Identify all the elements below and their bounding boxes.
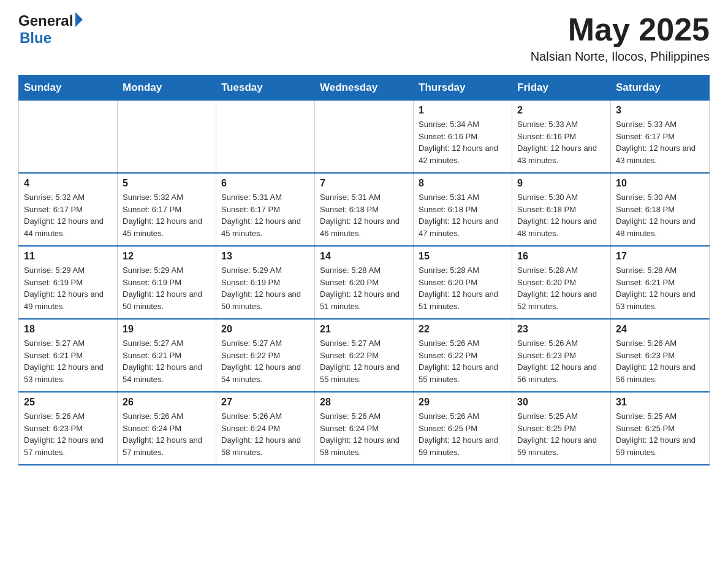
day-info: Sunrise: 5:26 AM Sunset: 6:23 PM Dayligh…: [616, 337, 704, 385]
day-info: Sunrise: 5:33 AM Sunset: 6:16 PM Dayligh…: [517, 118, 605, 166]
day-info: Sunrise: 5:30 AM Sunset: 6:18 PM Dayligh…: [616, 191, 704, 239]
day-header-wednesday: Wednesday: [315, 75, 414, 101]
day-number: 4: [24, 178, 112, 189]
day-info: Sunrise: 5:25 AM Sunset: 6:25 PM Dayligh…: [616, 410, 704, 458]
day-number: 19: [123, 324, 211, 335]
day-info: Sunrise: 5:26 AM Sunset: 6:23 PM Dayligh…: [517, 337, 605, 385]
day-number: 9: [517, 178, 605, 189]
day-number: 28: [320, 397, 408, 408]
calendar-cell: 7Sunrise: 5:31 AM Sunset: 6:18 PM Daylig…: [315, 173, 414, 246]
day-number: 30: [517, 397, 605, 408]
calendar-cell: [216, 101, 315, 174]
day-header-tuesday: Tuesday: [216, 75, 315, 101]
day-header-thursday: Thursday: [414, 75, 512, 101]
calendar-cell: 19Sunrise: 5:27 AM Sunset: 6:21 PM Dayli…: [118, 319, 216, 392]
day-info: Sunrise: 5:27 AM Sunset: 6:22 PM Dayligh…: [320, 337, 408, 385]
calendar-cell: 1Sunrise: 5:34 AM Sunset: 6:16 PM Daylig…: [414, 101, 512, 174]
calendar-cell: 14Sunrise: 5:28 AM Sunset: 6:20 PM Dayli…: [315, 246, 414, 319]
calendar-cell: 23Sunrise: 5:26 AM Sunset: 6:23 PM Dayli…: [512, 319, 611, 392]
day-header-sunday: Sunday: [19, 75, 118, 101]
day-number: 20: [221, 324, 309, 335]
calendar-cell: 5Sunrise: 5:32 AM Sunset: 6:17 PM Daylig…: [118, 173, 216, 246]
day-number: 24: [616, 324, 704, 335]
day-number: 7: [320, 178, 408, 189]
day-number: 18: [24, 324, 112, 335]
calendar-cell: 18Sunrise: 5:27 AM Sunset: 6:21 PM Dayli…: [19, 319, 118, 392]
day-info: Sunrise: 5:26 AM Sunset: 6:25 PM Dayligh…: [419, 410, 507, 458]
day-info: Sunrise: 5:26 AM Sunset: 6:24 PM Dayligh…: [123, 410, 211, 458]
calendar-cell: 15Sunrise: 5:28 AM Sunset: 6:20 PM Dayli…: [414, 246, 512, 319]
day-info: Sunrise: 5:32 AM Sunset: 6:17 PM Dayligh…: [123, 191, 211, 239]
week-row-5: 25Sunrise: 5:26 AM Sunset: 6:23 PM Dayli…: [19, 392, 710, 465]
day-number: 10: [616, 178, 704, 189]
day-info: Sunrise: 5:28 AM Sunset: 6:21 PM Dayligh…: [616, 264, 704, 312]
day-info: Sunrise: 5:26 AM Sunset: 6:24 PM Dayligh…: [221, 410, 309, 458]
day-number: 27: [221, 397, 309, 408]
calendar-cell: [118, 101, 216, 174]
calendar-cell: 30Sunrise: 5:25 AM Sunset: 6:25 PM Dayli…: [512, 392, 611, 465]
day-number: 31: [616, 397, 704, 408]
day-info: Sunrise: 5:27 AM Sunset: 6:21 PM Dayligh…: [24, 337, 112, 385]
day-header-row: SundayMondayTuesdayWednesdayThursdayFrid…: [19, 75, 710, 101]
day-number: 15: [419, 251, 507, 262]
calendar-cell: [315, 101, 414, 174]
calendar-cell: 11Sunrise: 5:29 AM Sunset: 6:19 PM Dayli…: [19, 246, 118, 319]
day-number: 12: [123, 251, 211, 262]
day-number: 17: [616, 251, 704, 262]
calendar-cell: 13Sunrise: 5:29 AM Sunset: 6:19 PM Dayli…: [216, 246, 315, 319]
day-info: Sunrise: 5:26 AM Sunset: 6:22 PM Dayligh…: [419, 337, 507, 385]
calendar-body: 1Sunrise: 5:34 AM Sunset: 6:16 PM Daylig…: [19, 101, 710, 465]
day-number: 25: [24, 397, 112, 408]
day-info: Sunrise: 5:26 AM Sunset: 6:24 PM Dayligh…: [320, 410, 408, 458]
day-header-monday: Monday: [118, 75, 216, 101]
calendar-cell: 31Sunrise: 5:25 AM Sunset: 6:25 PM Dayli…: [611, 392, 710, 465]
day-info: Sunrise: 5:26 AM Sunset: 6:23 PM Dayligh…: [24, 410, 112, 458]
day-info: Sunrise: 5:29 AM Sunset: 6:19 PM Dayligh…: [123, 264, 211, 312]
day-info: Sunrise: 5:27 AM Sunset: 6:22 PM Dayligh…: [221, 337, 309, 385]
calendar-cell: 6Sunrise: 5:31 AM Sunset: 6:17 PM Daylig…: [216, 173, 315, 246]
calendar-table: SundayMondayTuesdayWednesdayThursdayFrid…: [18, 75, 710, 465]
day-number: 21: [320, 324, 408, 335]
calendar-cell: 28Sunrise: 5:26 AM Sunset: 6:24 PM Dayli…: [315, 392, 414, 465]
day-number: 6: [221, 178, 309, 189]
week-row-3: 11Sunrise: 5:29 AM Sunset: 6:19 PM Dayli…: [19, 246, 710, 319]
day-number: 13: [221, 251, 309, 262]
day-header-saturday: Saturday: [611, 75, 710, 101]
day-number: 8: [419, 178, 507, 189]
logo-blue-text: Blue: [20, 29, 51, 47]
day-number: 3: [616, 105, 704, 116]
day-number: 2: [517, 105, 605, 116]
month-title: May 2025: [531, 12, 710, 47]
day-info: Sunrise: 5:31 AM Sunset: 6:17 PM Dayligh…: [221, 191, 309, 239]
calendar-cell: 17Sunrise: 5:28 AM Sunset: 6:21 PM Dayli…: [611, 246, 710, 319]
calendar-header: SundayMondayTuesdayWednesdayThursdayFrid…: [19, 75, 710, 101]
day-info: Sunrise: 5:29 AM Sunset: 6:19 PM Dayligh…: [24, 264, 112, 312]
calendar-cell: 4Sunrise: 5:32 AM Sunset: 6:17 PM Daylig…: [19, 173, 118, 246]
logo: General Blue: [18, 12, 83, 47]
calendar-cell: 22Sunrise: 5:26 AM Sunset: 6:22 PM Dayli…: [414, 319, 512, 392]
calendar-cell: 25Sunrise: 5:26 AM Sunset: 6:23 PM Dayli…: [19, 392, 118, 465]
day-number: 22: [419, 324, 507, 335]
calendar-cell: 24Sunrise: 5:26 AM Sunset: 6:23 PM Dayli…: [611, 319, 710, 392]
calendar-cell: 12Sunrise: 5:29 AM Sunset: 6:19 PM Dayli…: [118, 246, 216, 319]
calendar-cell: 3Sunrise: 5:33 AM Sunset: 6:17 PM Daylig…: [611, 101, 710, 174]
page-header: General Blue May 2025 Nalsian Norte, Ilo…: [18, 12, 710, 64]
day-info: Sunrise: 5:28 AM Sunset: 6:20 PM Dayligh…: [517, 264, 605, 312]
day-info: Sunrise: 5:27 AM Sunset: 6:21 PM Dayligh…: [123, 337, 211, 385]
logo-general-text: General: [18, 12, 73, 29]
calendar-cell: [19, 101, 118, 174]
calendar-cell: 10Sunrise: 5:30 AM Sunset: 6:18 PM Dayli…: [611, 173, 710, 246]
day-number: 11: [24, 251, 112, 262]
logo-triangle-icon: [75, 12, 83, 27]
calendar-cell: 20Sunrise: 5:27 AM Sunset: 6:22 PM Dayli…: [216, 319, 315, 392]
day-info: Sunrise: 5:28 AM Sunset: 6:20 PM Dayligh…: [419, 264, 507, 312]
day-number: 23: [517, 324, 605, 335]
calendar-cell: 16Sunrise: 5:28 AM Sunset: 6:20 PM Dayli…: [512, 246, 611, 319]
calendar-cell: 8Sunrise: 5:31 AM Sunset: 6:18 PM Daylig…: [414, 173, 512, 246]
day-info: Sunrise: 5:29 AM Sunset: 6:19 PM Dayligh…: [221, 264, 309, 312]
title-block: May 2025 Nalsian Norte, Ilocos, Philippi…: [531, 12, 710, 64]
calendar-cell: 27Sunrise: 5:26 AM Sunset: 6:24 PM Dayli…: [216, 392, 315, 465]
day-number: 14: [320, 251, 408, 262]
week-row-4: 18Sunrise: 5:27 AM Sunset: 6:21 PM Dayli…: [19, 319, 710, 392]
day-number: 26: [123, 397, 211, 408]
